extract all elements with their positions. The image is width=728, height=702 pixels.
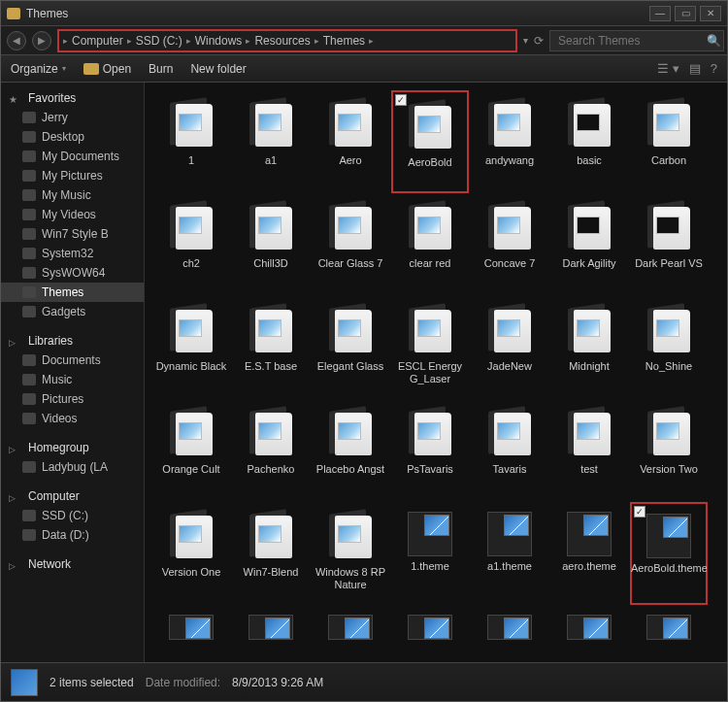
breadcrumb-item[interactable]: Themes: [323, 34, 365, 48]
minimize-button[interactable]: —: [649, 6, 671, 21]
theme-file-icon: [169, 615, 214, 640]
organize-button[interactable]: Organize▾: [11, 62, 66, 76]
sidebar-item[interactable]: Music: [1, 370, 144, 389]
search-icon[interactable]: 🔍: [707, 34, 721, 48]
file-list[interactable]: 1a1Aero✓AeroBoldandywangbasicCarbonch2Ch…: [145, 83, 727, 662]
folder-item[interactable]: Version One: [152, 502, 230, 605]
open-button[interactable]: Open: [83, 62, 131, 76]
dropdown-icon[interactable]: ▾: [523, 35, 528, 46]
help-icon[interactable]: ?: [711, 61, 717, 76]
folder-open-icon: [83, 63, 99, 75]
file-item[interactable]: 1.theme: [391, 502, 469, 605]
folder-item[interactable]: test: [550, 399, 628, 502]
folder-item[interactable]: Tavaris: [471, 399, 548, 502]
burn-button[interactable]: Burn: [149, 62, 173, 76]
breadcrumb[interactable]: ▸ Computer ▸ SSD (C:) ▸ Windows ▸ Resour…: [57, 29, 517, 52]
item-label: E.S.T base: [233, 360, 309, 373]
folder-item[interactable]: Clear Glass 7: [312, 193, 389, 296]
sidebar-item[interactable]: My Music: [1, 185, 144, 205]
file-item[interactable]: [391, 605, 469, 640]
sidebar-item[interactable]: SSD (C:): [1, 506, 144, 525]
file-item[interactable]: [152, 605, 230, 640]
sidebar-item[interactable]: Gadgets: [1, 302, 144, 321]
network-header[interactable]: Network: [1, 554, 144, 574]
folder-item[interactable]: No_Shine: [630, 296, 708, 399]
file-item[interactable]: [630, 605, 708, 640]
refresh-icon[interactable]: ⟳: [534, 34, 544, 48]
libraries-header[interactable]: Libraries: [1, 331, 144, 351]
folder-item[interactable]: Dark Agility: [550, 193, 628, 296]
view-options-icon[interactable]: ☰ ▾: [657, 61, 679, 76]
folder-item[interactable]: Pachenko: [232, 399, 310, 502]
sidebar-item[interactable]: Ladybug (LA: [1, 457, 144, 477]
folder-item[interactable]: Elegant Glass: [312, 296, 389, 399]
folder-item[interactable]: Dark Pearl VS: [630, 193, 708, 296]
folder-item[interactable]: Windows 8 RP Nature: [312, 502, 389, 605]
file-item[interactable]: [312, 605, 389, 640]
folder-icon: [22, 374, 36, 385]
nav-forward-button[interactable]: ▶: [32, 31, 51, 50]
file-item[interactable]: aero.theme: [550, 502, 628, 605]
sidebar-item[interactable]: System32: [1, 244, 144, 263]
sidebar-item[interactable]: Themes: [1, 283, 144, 302]
file-item[interactable]: ✓AeroBold.theme: [630, 502, 708, 605]
folder-item[interactable]: Win7-Blend: [232, 502, 310, 605]
maximize-button[interactable]: ▭: [675, 6, 696, 21]
file-item[interactable]: [471, 605, 548, 640]
item-label: Dark Pearl VS: [631, 257, 707, 270]
folder-icon: [244, 508, 298, 562]
chevron-right-icon: ▸: [246, 36, 250, 46]
sidebar-item[interactable]: Videos: [1, 409, 144, 428]
folder-item[interactable]: Orange Cult: [152, 399, 230, 502]
sidebar-item[interactable]: Pictures: [1, 389, 144, 409]
breadcrumb-item[interactable]: Computer: [72, 34, 123, 48]
breadcrumb-item[interactable]: SSD (C:): [136, 34, 182, 48]
sidebar-item[interactable]: My Documents: [1, 147, 144, 166]
folder-item[interactable]: ESCL Energy G_Laser: [391, 296, 469, 399]
preview-pane-icon[interactable]: ▤: [689, 61, 701, 76]
folder-item[interactable]: Concave 7: [471, 193, 548, 296]
computer-header[interactable]: Computer: [1, 486, 144, 506]
chevron-right-icon: ▸: [314, 36, 319, 46]
close-button[interactable]: ✕: [700, 6, 721, 21]
sidebar-item[interactable]: Jerry: [1, 108, 144, 127]
sidebar-item[interactable]: My Videos: [1, 205, 144, 224]
folder-item[interactable]: Version Two: [630, 399, 708, 502]
sidebar-item[interactable]: Desktop: [1, 127, 144, 147]
sidebar-item-label: Documents: [42, 353, 101, 367]
folder-item[interactable]: 1: [152, 90, 230, 193]
folder-item[interactable]: Placebo Angst: [312, 399, 389, 502]
folder-item[interactable]: Chill3D: [232, 193, 310, 296]
folder-item[interactable]: clear red: [391, 193, 469, 296]
folder-item[interactable]: E.S.T base: [232, 296, 310, 399]
favorites-header[interactable]: Favorites: [1, 88, 144, 108]
search-input[interactable]: [549, 30, 724, 51]
item-label: Placebo Angst: [313, 463, 388, 476]
sidebar-item[interactable]: Win7 Style B: [1, 224, 144, 244]
file-item[interactable]: a1.theme: [471, 502, 548, 605]
file-item[interactable]: [550, 605, 628, 640]
checkbox-icon[interactable]: ✓: [634, 506, 645, 518]
folder-item[interactable]: basic: [550, 90, 628, 193]
folder-item[interactable]: JadeNew: [471, 296, 548, 399]
explorer-window: Themes — ▭ ✕ ◀ ▶ ▸ Computer ▸ SSD (C:) ▸…: [0, 0, 728, 702]
folder-item[interactable]: andywang: [471, 90, 548, 193]
breadcrumb-item[interactable]: Resources: [254, 34, 310, 48]
file-item[interactable]: [232, 605, 310, 640]
folder-item[interactable]: ch2: [152, 193, 230, 296]
sidebar-item[interactable]: Documents: [1, 351, 144, 370]
folder-item[interactable]: ✓AeroBold: [391, 90, 469, 193]
sidebar-item[interactable]: Data (D:): [1, 525, 144, 545]
folder-item[interactable]: a1: [232, 90, 310, 193]
homegroup-header[interactable]: Homegroup: [1, 438, 144, 457]
nav-back-button[interactable]: ◀: [7, 31, 26, 50]
folder-item[interactable]: Aero: [312, 90, 389, 193]
breadcrumb-item[interactable]: Windows: [195, 34, 243, 48]
sidebar-item[interactable]: SysWOW64: [1, 263, 144, 283]
folder-item[interactable]: PsTavaris: [391, 399, 469, 502]
new-folder-button[interactable]: New folder: [190, 62, 246, 76]
sidebar-item[interactable]: My Pictures: [1, 166, 144, 185]
folder-item[interactable]: Dynamic Black: [152, 296, 230, 399]
folder-item[interactable]: Carbon: [630, 90, 708, 193]
folder-item[interactable]: Midnight: [550, 296, 628, 399]
